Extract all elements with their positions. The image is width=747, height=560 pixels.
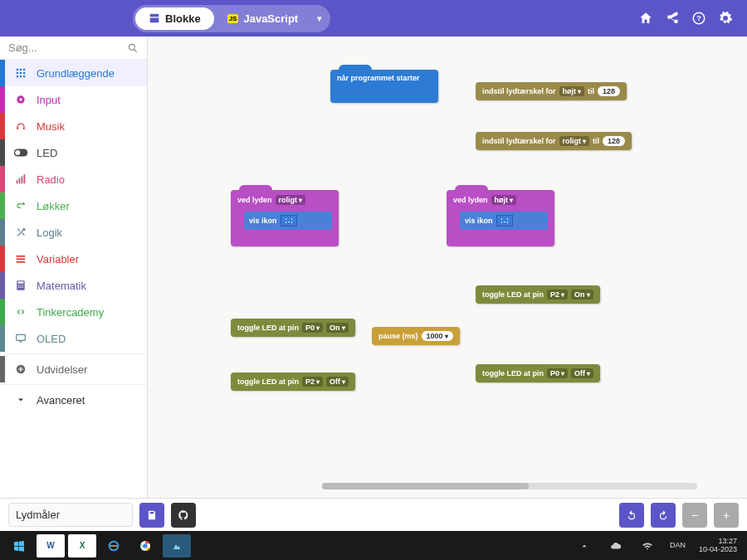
state-dropdown[interactable]: Off [571, 368, 593, 378]
svg-rect-23 [17, 261, 26, 263]
tray-up-icon[interactable] [570, 534, 598, 558]
blocks-workspace[interactable]: når programmet starter indstil lydtærske… [148, 37, 747, 498]
monitor-icon [13, 331, 28, 346]
svg-point-31 [22, 287, 24, 289]
level-dropdown[interactable]: roligt [559, 136, 590, 146]
save-button[interactable] [139, 503, 164, 528]
pin-dropdown[interactable]: P0 [547, 368, 568, 378]
category-item[interactable]: Matematik [0, 272, 147, 299]
block-on-sound-quiet[interactable]: ved lyden roligt vis ikon [231, 190, 339, 246]
plus-icon [13, 362, 28, 377]
settings-icon[interactable] [712, 5, 739, 32]
category-label: Tinkercademy [37, 306, 104, 319]
home-icon[interactable] [632, 5, 659, 32]
block-show-icon[interactable]: vis ikon [460, 212, 548, 230]
svg-rect-7 [17, 72, 18, 74]
taskbar-ie-icon[interactable] [100, 534, 128, 558]
sound-level-dropdown[interactable]: højt [491, 195, 517, 205]
js-icon: JS [227, 14, 239, 23]
category-item[interactable]: Variabler [0, 246, 147, 272]
workspace-scrollbar[interactable] [322, 483, 697, 489]
icon-dropdown[interactable] [281, 215, 297, 226]
help-icon[interactable]: ? [686, 5, 712, 32]
tray-clock[interactable]: 13:27 10-04-2023 [694, 538, 742, 554]
pin-dropdown[interactable]: P2 [302, 377, 323, 387]
state-dropdown[interactable]: On [326, 323, 349, 333]
svg-rect-9 [23, 72, 25, 74]
level-dropdown[interactable]: højt [559, 86, 585, 96]
category-item[interactable]: Musik [0, 113, 147, 139]
advanced-toggle[interactable]: Avanceret [0, 387, 147, 413]
category-label: OLED [37, 333, 66, 345]
tray-language[interactable]: DAN [665, 542, 691, 550]
svg-rect-10 [17, 75, 18, 77]
state-dropdown[interactable]: On [571, 290, 593, 299]
search-placeholder: Søg... [8, 41, 127, 54]
search-input[interactable]: Søg... [0, 37, 147, 60]
undo-button[interactable] [619, 503, 644, 528]
svg-rect-12 [23, 75, 25, 77]
svg-point-27 [20, 285, 22, 286]
toggle-icon [13, 145, 28, 160]
svg-rect-20 [24, 174, 26, 183]
svg-rect-17 [17, 180, 18, 183]
block-label: indstil lydtærskel for [482, 87, 556, 95]
tray-wifi-icon[interactable] [633, 534, 662, 558]
block-show-icon[interactable]: vis ikon [244, 212, 332, 230]
redo-button[interactable] [651, 503, 676, 528]
svg-rect-8 [20, 72, 22, 74]
start-button[interactable] [5, 534, 33, 558]
block-on-start[interactable]: når programmet starter [330, 70, 438, 103]
block-pause[interactable]: pause (ms) 1000 [372, 327, 460, 345]
category-item[interactable]: Input [0, 86, 147, 113]
zoom-in-button[interactable]: + [714, 503, 739, 528]
value-field[interactable]: 128 [603, 136, 625, 146]
svg-rect-18 [19, 178, 21, 183]
github-button[interactable] [171, 503, 196, 528]
category-item[interactable]: Tinkercademy [0, 299, 147, 325]
view-dropdown-caret[interactable]: ▾ [311, 13, 328, 24]
taskbar-app-icon[interactable] [163, 534, 191, 558]
value-field[interactable]: 128 [598, 86, 620, 96]
category-label: Musik [37, 120, 65, 133]
block-toggle-led-p0-off[interactable]: toggle LED at pin P0 Off [476, 364, 600, 382]
view-toggle: Blokke JS JavaScript ▾ [133, 5, 330, 32]
category-item[interactable]: Grundlæggende [0, 60, 147, 86]
block-set-sound-threshold-high[interactable]: indstil lydtærskel for højt til 128 [476, 82, 627, 100]
block-set-sound-threshold-quiet[interactable]: indstil lydtærskel for roligt til 128 [476, 132, 632, 150]
category-item[interactable]: Radio [0, 166, 147, 192]
javascript-view-button[interactable]: JS JavaScript [214, 7, 312, 30]
share-icon[interactable] [659, 5, 686, 32]
svg-rect-5 [20, 69, 22, 71]
pin-dropdown[interactable]: P0 [302, 323, 323, 333]
search-icon [127, 42, 139, 54]
block-on-sound-loud[interactable]: ved lyden højt vis ikon [447, 190, 554, 246]
category-item[interactable]: Logik [0, 219, 147, 246]
sound-level-dropdown[interactable]: roligt [276, 195, 306, 205]
taskbar-excel-icon[interactable]: X [68, 534, 96, 558]
block-label: toggle LED at pin [482, 369, 544, 377]
category-label: Udvidelser [37, 363, 87, 376]
block-label: til [593, 137, 599, 145]
tray-cloud-icon[interactable] [602, 534, 630, 558]
project-name-input[interactable]: Lydmåler [8, 503, 133, 527]
state-dropdown[interactable]: Off [326, 377, 349, 387]
pin-dropdown[interactable]: P2 [547, 290, 568, 299]
block-label: når programmet starter [337, 74, 420, 82]
icon-dropdown[interactable] [496, 215, 513, 226]
category-item[interactable]: Udvidelser [0, 356, 147, 382]
zoom-out-button[interactable]: − [682, 503, 707, 528]
category-item[interactable]: Løkker [0, 192, 147, 219]
top-toolbar: Blokke JS JavaScript ▾ ? [0, 0, 747, 37]
blocks-view-button[interactable]: Blokke [135, 7, 214, 30]
block-toggle-led-p0-on[interactable]: toggle LED at pin P0 On [231, 319, 355, 337]
block-toggle-led-p2-off[interactable]: toggle LED at pin P2 Off [231, 373, 355, 391]
category-item[interactable]: OLED [0, 325, 147, 352]
svg-point-2 [129, 44, 134, 50]
block-toggle-led-p2-on[interactable]: toggle LED at pin P2 On [476, 285, 600, 304]
category-item[interactable]: LED [0, 139, 147, 166]
taskbar-word-icon[interactable]: W [37, 534, 65, 558]
svg-point-29 [18, 287, 20, 289]
pause-value-dropdown[interactable]: 1000 [422, 331, 453, 341]
taskbar-chrome-icon[interactable] [131, 534, 159, 558]
